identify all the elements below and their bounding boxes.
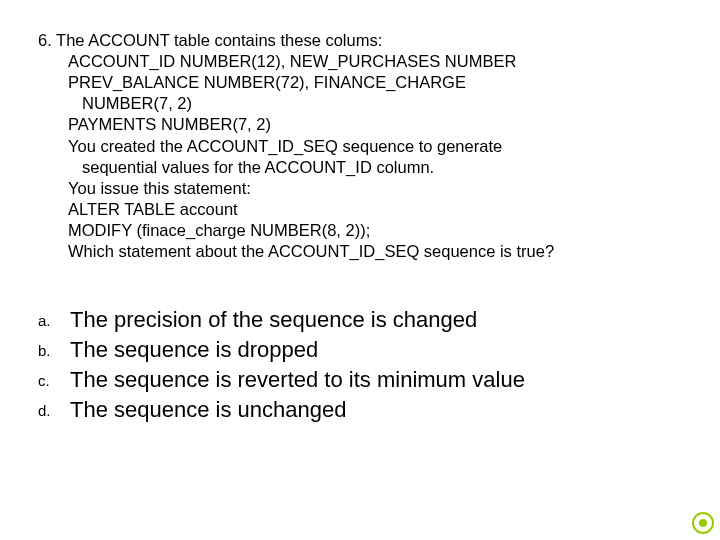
- question-line: PAYMENTS NUMBER(7, 2): [68, 114, 678, 135]
- question-number: 6.: [38, 31, 52, 49]
- choice-label: a.: [38, 306, 70, 330]
- question-line: You issue this statement:: [68, 178, 678, 199]
- choice-b: b. The sequence is dropped: [38, 336, 678, 364]
- choice-text: The precision of the sequence is changed: [70, 306, 678, 334]
- question-line: PREV_BALANCE NUMBER(72), FINANCE_CHARGE: [68, 72, 678, 93]
- choice-c: c. The sequence is reverted to its minim…: [38, 366, 678, 394]
- question-line: NUMBER(7, 2): [82, 93, 678, 114]
- corner-ornament-icon: [692, 512, 714, 534]
- choice-label: b.: [38, 336, 70, 360]
- question-line: Which statement about the ACCOUNT_ID_SEQ…: [68, 241, 678, 262]
- choice-text: The sequence is unchanged: [70, 396, 678, 424]
- answer-choices: a. The precision of the sequence is chan…: [38, 306, 678, 427]
- choice-d: d. The sequence is unchanged: [38, 396, 678, 424]
- slide: 6. The ACCOUNT table contains these colu…: [0, 0, 720, 540]
- question-lead: The ACCOUNT table contains these colums:: [56, 31, 382, 49]
- choice-a: a. The precision of the sequence is chan…: [38, 306, 678, 334]
- choice-label: d.: [38, 396, 70, 420]
- question-line: ALTER TABLE account: [68, 199, 678, 220]
- question-line: MODIFY (finace_charge NUMBER(8, 2));: [68, 220, 678, 241]
- question-line: You created the ACCOUNT_ID_SEQ sequence …: [68, 136, 678, 157]
- choice-text: The sequence is reverted to its minimum …: [70, 366, 678, 394]
- svg-point-1: [699, 519, 707, 527]
- choice-text: The sequence is dropped: [70, 336, 678, 364]
- question-block: 6. The ACCOUNT table contains these colu…: [38, 30, 678, 262]
- choice-label: c.: [38, 366, 70, 390]
- question-line: sequential values for the ACCOUNT_ID col…: [82, 157, 678, 178]
- question-line: ACCOUNT_ID NUMBER(12), NEW_PURCHASES NUM…: [68, 51, 678, 72]
